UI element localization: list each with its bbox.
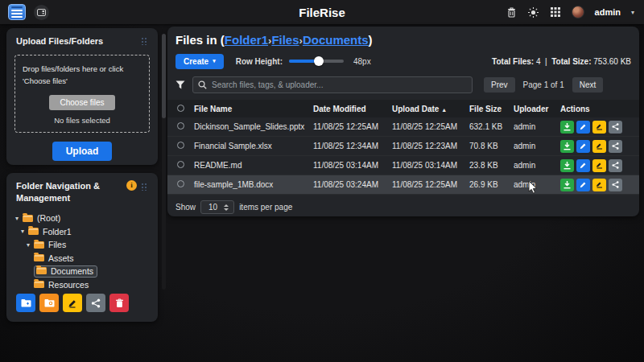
- tree-item-files[interactable]: ▾ Files: [6, 238, 158, 252]
- breadcrumb-link-folder1[interactable]: Folder1: [225, 33, 268, 47]
- date-modified-cell: 11/08/25 03:14AM: [313, 161, 392, 170]
- row-checkbox[interactable]: [177, 142, 184, 149]
- breadcrumb-link-files[interactable]: Files: [271, 33, 299, 47]
- row-checkbox[interactable]: [177, 161, 184, 168]
- table-row[interactable]: file-sample_1MB.docx 11/08/25 03:24AM 11…: [167, 175, 639, 195]
- share-button[interactable]: [609, 179, 622, 191]
- tree-item-documents[interactable]: Documents: [6, 265, 158, 278]
- file-size-cell: 632.1 KB: [469, 122, 514, 131]
- file-toolbar: Create ▾ Row Height: 48px Total Files: 4…: [167, 48, 639, 69]
- file-dropzone[interactable]: Drop files/folders here or click 'Choose…: [14, 55, 150, 132]
- total-files-value: 4: [536, 57, 541, 66]
- column-header-uploader[interactable]: Uploader: [514, 105, 560, 113]
- file-table: File Name Date Modified Upload Date ▲ Fi…: [167, 100, 639, 195]
- tree-item-root[interactable]: ▾ (Root): [6, 212, 158, 225]
- edit-button[interactable]: [576, 159, 590, 172]
- uploader-cell: admin: [514, 122, 560, 131]
- page-status: Page 1 of 1: [523, 80, 564, 89]
- top-bar: FileRise admin ▾: [0, 0, 644, 24]
- caret-down-icon[interactable]: ▾: [21, 228, 28, 235]
- row-actions: [560, 179, 639, 191]
- edit-button[interactable]: [576, 140, 590, 153]
- breadcrumb-link-documents[interactable]: Documents: [303, 33, 369, 47]
- totals-summary: Total Files: 4 | Total Size: 753.60 KB: [492, 57, 631, 66]
- download-button[interactable]: [560, 121, 574, 134]
- file-name-cell[interactable]: Dickinson_Sample_Slides.pptx: [194, 122, 313, 131]
- share-button[interactable]: [609, 121, 622, 134]
- scrollbar-thumb[interactable]: [162, 34, 166, 118]
- folder-icon: [34, 254, 44, 261]
- info-icon[interactable]: i: [126, 180, 137, 191]
- drag-handle-icon[interactable]: [141, 183, 148, 191]
- column-header-date-modified[interactable]: Date Modified: [313, 105, 392, 113]
- row-checkbox[interactable]: [177, 122, 184, 130]
- create-button[interactable]: Create ▾: [175, 54, 224, 69]
- slider-thumb[interactable]: [314, 56, 324, 66]
- tree-item-label: Assets: [48, 253, 74, 263]
- tree-item-label: Files: [48, 240, 66, 249]
- edit-button[interactable]: [576, 179, 590, 191]
- table-row[interactable]: Dickinson_Sample_Slides.pptx 11/08/25 12…: [167, 117, 639, 137]
- edit-button[interactable]: [576, 121, 590, 134]
- column-header-file-size[interactable]: File Size: [469, 105, 514, 113]
- share-button[interactable]: [609, 159, 622, 172]
- tree-item-assets[interactable]: Assets: [6, 251, 158, 265]
- file-size-cell: 26.9 KB: [469, 180, 514, 189]
- dropzone-text-line2: 'Choose files': [23, 76, 142, 88]
- move-folder-button[interactable]: [39, 294, 59, 312]
- tree-item-folder1[interactable]: ▾ Folder1: [6, 224, 158, 238]
- prev-page-button[interactable]: Prev: [484, 77, 515, 93]
- file-list-panel: Files in (Folder1›Files›Documents) Creat…: [167, 27, 639, 216]
- items-per-page-select[interactable]: 10: [200, 200, 234, 214]
- table-row[interactable]: Financial Sample.xlsx 11/08/25 12:34AM 1…: [167, 137, 639, 156]
- user-menu-caret-icon[interactable]: ▾: [631, 9, 634, 16]
- trash-button[interactable]: [506, 6, 518, 18]
- file-name-cell[interactable]: file-sample_1MB.docx: [194, 180, 313, 189]
- user-avatar[interactable]: [572, 6, 584, 19]
- file-name-cell[interactable]: README.md: [194, 161, 313, 170]
- rename-folder-button[interactable]: [63, 294, 82, 312]
- row-checkbox[interactable]: [177, 180, 184, 187]
- share-folder-button[interactable]: [86, 294, 105, 312]
- drag-handle-icon[interactable]: [141, 37, 148, 45]
- rename-button[interactable]: [592, 121, 606, 134]
- upload-button[interactable]: Upload: [52, 142, 113, 161]
- download-button[interactable]: [560, 179, 574, 191]
- next-page-button[interactable]: Next: [572, 77, 604, 93]
- show-label: Show: [175, 203, 196, 212]
- uploader-cell: admin: [514, 180, 560, 189]
- username-label[interactable]: admin: [595, 7, 621, 17]
- select-all-checkbox[interactable]: [177, 105, 184, 112]
- table-row[interactable]: README.md 11/08/25 03:14AM 11/08/25 03:1…: [167, 156, 639, 175]
- folder-tree: ▾ (Root) ▾ Folder1 ▾ Files Assets Docume…: [6, 212, 158, 291]
- theme-toggle-icon[interactable]: [528, 6, 539, 18]
- delete-folder-button[interactable]: [109, 294, 129, 312]
- column-header-upload-date[interactable]: Upload Date ▲: [392, 105, 469, 113]
- rename-button[interactable]: [592, 179, 606, 191]
- apps-grid-button[interactable]: [550, 6, 561, 18]
- rename-button[interactable]: [592, 159, 606, 172]
- row-height-slider[interactable]: [289, 60, 344, 63]
- caret-down-icon[interactable]: ▾: [27, 241, 34, 249]
- items-per-page-value: 10: [208, 203, 217, 212]
- vertical-scrollbar[interactable]: [162, 34, 166, 290]
- download-button[interactable]: [560, 140, 574, 153]
- search-input[interactable]: [212, 80, 467, 89]
- column-header-actions: Actions: [560, 105, 639, 113]
- caret-down-icon[interactable]: ▾: [15, 215, 23, 222]
- choose-files-button[interactable]: Choose files: [49, 95, 114, 110]
- tree-item-resources[interactable]: Resources: [6, 278, 158, 291]
- rename-button[interactable]: [592, 140, 606, 153]
- folder-navigation-panel: Folder Navigation & Management i ▾ (Root…: [6, 173, 158, 322]
- file-name-cell[interactable]: Financial Sample.xlsx: [194, 142, 313, 150]
- share-button[interactable]: [609, 140, 622, 153]
- filter-icon[interactable]: [175, 80, 187, 90]
- file-size-cell: 23.8 KB: [469, 161, 514, 170]
- search-box[interactable]: [192, 76, 473, 93]
- row-height-value: 48px: [353, 57, 371, 66]
- row-actions: [560, 121, 639, 134]
- download-button[interactable]: [560, 159, 574, 172]
- create-folder-button[interactable]: [16, 294, 35, 312]
- file-size-cell: 70.8 KB: [469, 142, 514, 150]
- column-header-file-name[interactable]: File Name: [194, 105, 313, 113]
